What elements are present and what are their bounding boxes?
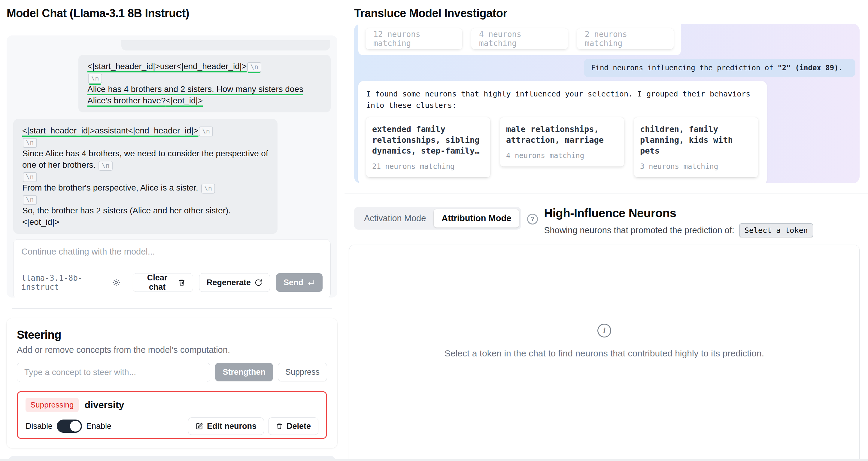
edit-neurons-button[interactable]: Edit neurons [188, 417, 264, 435]
concept-controls: Disable Enable Edit neurons [26, 417, 318, 435]
return-arrow-icon [307, 279, 315, 287]
pencil-square-icon [195, 422, 203, 430]
tab-activation-mode[interactable]: Activation Mode [356, 209, 434, 228]
high-influence-subtitle-row: Showing neurons that promoted the predic… [544, 223, 813, 237]
neuron-match-card[interactable]: 2 neurons matching [577, 28, 674, 49]
concept-name: diversity [85, 399, 124, 410]
scrolled-message-partial [121, 40, 330, 51]
cluster-count: 4 neurons matching [506, 151, 618, 160]
cluster-count: 3 neurons matching [640, 162, 752, 171]
newline-token-badge[interactable]: \n [98, 161, 113, 171]
token-text[interactable]: <|start_header_id|>user<|end_header_id|> [87, 62, 247, 71]
assistant-message-tokens[interactable]: <|start_header_id|>assistant<|end_header… [13, 119, 278, 234]
right-section-divider [344, 194, 868, 194]
newline-token-badge[interactable]: \n [23, 172, 37, 182]
clear-chat-label: Clear chat [140, 273, 174, 292]
chat-input-toolbar: llama-3.1-8b-instruct Clear chat [21, 273, 322, 292]
concept-header: Suppressing diversity [26, 398, 318, 412]
chat-transcript: <|start_header_id|>user<|end_header_id|>… [7, 35, 337, 297]
regenerate-button[interactable]: Regenerate [199, 273, 270, 292]
disable-label: Disable [26, 422, 53, 431]
newline-token-badge[interactable]: \n [201, 183, 215, 194]
delete-button[interactable]: Delete [268, 417, 318, 435]
cluster-title: male relationships, attraction, marriage [506, 124, 618, 145]
enable-toggle[interactable] [57, 420, 82, 433]
trash-icon [178, 279, 186, 286]
steering-controls: Strengthen Suppress [17, 363, 327, 382]
cluster-card[interactable]: extended family relationships, sibling d… [366, 117, 490, 177]
neuron-match-card[interactable]: 12 neurons matching [366, 28, 462, 49]
steering-section: Steering Add or remove concepts from the… [7, 318, 337, 448]
toggle-knob [70, 421, 81, 432]
chat-input-card: Continue chatting with the model... llam… [13, 239, 331, 297]
edit-neurons-label: Edit neurons [207, 422, 256, 431]
token-text[interactable]: Since Alice has 4 brothers, we need to c… [22, 149, 268, 170]
token-text[interactable]: <|start_header_id|>assistant<|end_header… [22, 126, 198, 135]
investigator-conversation: 12 neurons matching 4 neurons matching 2… [354, 24, 860, 183]
cluster-count: 21 neurons matching [372, 162, 484, 171]
high-influence-subtitle: Showing neurons that promoted the predic… [544, 225, 734, 235]
high-influence-header: High-Influence Neurons Showing neurons t… [544, 206, 813, 237]
help-icon[interactable]: ? [527, 214, 538, 225]
token-text[interactable]: "2" (index 89). [778, 64, 843, 72]
cluster-card[interactable]: male relationships, attraction, marriage… [500, 117, 624, 167]
token-text[interactable]: So, the brother has 2 sisters (Alice and… [22, 206, 231, 215]
model-chat-panel: Model Chat (Llama-3.1 8B Instruct) <|sta… [0, 0, 344, 461]
investigator-title: Transluce Model Investigator [354, 6, 860, 21]
investigator-panel: Transluce Model Investigator 12 neurons … [344, 0, 868, 461]
token-text[interactable]: From the brother's perspective, Alice is… [22, 183, 200, 192]
send-label: Send [283, 278, 303, 287]
delete-label: Delete [286, 422, 311, 431]
token-text[interactable]: <|eot_id|> [166, 96, 203, 105]
user-message-tokens[interactable]: <|start_header_id|>user<|end_header_id|>… [79, 55, 331, 112]
cluster-card[interactable]: children, family planning, kids with pet… [634, 117, 758, 177]
suppressing-badge: Suppressing [26, 398, 79, 412]
neuron-match-card[interactable]: 4 neurons matching [471, 28, 568, 49]
investigator-assistant-message: I found some neurons that highly influen… [358, 81, 767, 183]
steering-title: Steering [17, 328, 327, 341]
trash-icon [276, 423, 283, 430]
regenerate-label: Regenerate [207, 278, 251, 287]
steered-concept-card: Suppressing diversity Disable Enable [17, 391, 327, 439]
send-button[interactable]: Send [276, 273, 322, 292]
matching-cards-row: 12 neurons matching 4 neurons matching 2… [366, 28, 674, 49]
concept-input[interactable] [17, 363, 210, 382]
model-name-label: llama-3.1-8b-instruct [21, 273, 108, 291]
matching-cards-message: 12 neurons matching 4 neurons matching 2… [358, 24, 681, 55]
neurons-header-row: Activation Mode Attribution Mode ? High-… [354, 206, 860, 237]
page-bottom-edge [0, 459, 868, 461]
model-selector[interactable]: llama-3.1-8b-instruct [21, 273, 121, 291]
newline-token-badge[interactable]: \n [199, 126, 213, 137]
cluster-title: children, family planning, kids with pet… [640, 124, 752, 156]
newline-token-badge[interactable]: \n [247, 62, 261, 72]
neurons-empty-state: i Select a token in the chat to find neu… [349, 244, 860, 461]
app-root: Model Chat (Llama-3.1 8B Instruct) <|sta… [0, 0, 868, 461]
suppress-label: Suppress [285, 368, 319, 377]
suppress-button[interactable]: Suppress [278, 363, 327, 381]
tab-attribution-mode[interactable]: Attribution Mode [434, 209, 519, 228]
newline-token-badge[interactable]: \n [23, 138, 37, 148]
select-a-token-button[interactable]: Select a token [739, 223, 813, 237]
token-text[interactable]: <|eot_id|> [22, 217, 59, 227]
assistant-intro-text: I found some neurons that highly influen… [366, 88, 759, 111]
gear-icon[interactable] [112, 278, 121, 287]
left-section-divider [12, 308, 332, 309]
newline-token-badge[interactable]: \n [88, 74, 102, 84]
model-chat-title: Model Chat (Llama-3.1 8B Instruct) [7, 6, 337, 21]
chat-input[interactable]: Continue chatting with the model... [21, 247, 322, 257]
newline-token-badge[interactable]: \n [23, 195, 37, 205]
strengthen-label: Strengthen [222, 368, 266, 377]
cluster-cards-row: extended family relationships, sibling d… [366, 117, 759, 177]
info-icon: i [597, 324, 611, 338]
mode-tabs: Activation Mode Attribution Mode [354, 207, 521, 230]
enable-label: Enable [86, 422, 112, 431]
high-influence-title: High-Influence Neurons [544, 206, 813, 220]
empty-state-message: Select a token in the chat to find neuro… [444, 348, 764, 358]
strengthen-button[interactable]: Strengthen [215, 363, 273, 381]
clear-chat-button[interactable]: Clear chat [133, 273, 193, 292]
investigator-user-message: Find neurons influencing the prediction … [584, 59, 856, 77]
refresh-icon [254, 279, 262, 287]
steering-subtitle: Add or remove concepts from the model's … [17, 345, 327, 355]
token-text[interactable]: Find neurons influencing the prediction … [591, 64, 778, 72]
cluster-title: extended family relationships, sibling d… [372, 124, 484, 156]
